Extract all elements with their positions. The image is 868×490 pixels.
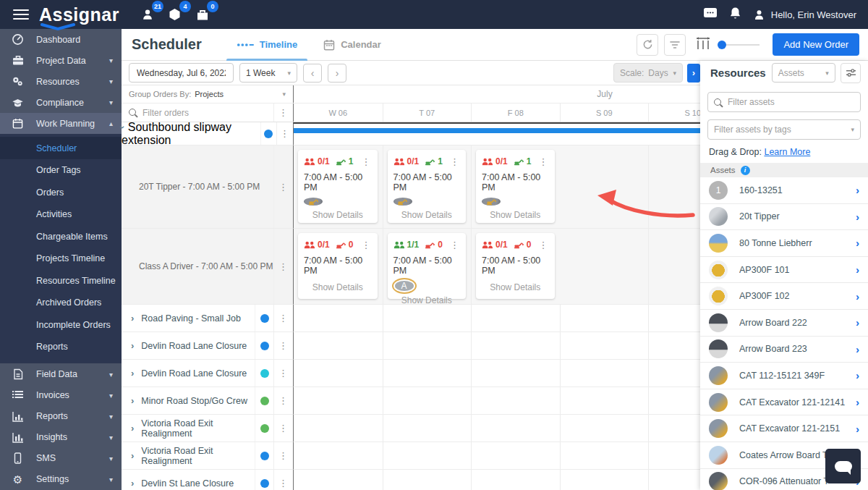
group-orders-by-select[interactable]: Group Orders By: Projects ▾ (122, 85, 293, 103)
menu-icon[interactable] (13, 9, 29, 20)
asset-chevron-icon[interactable] (856, 237, 859, 249)
expand-icon[interactable] (131, 395, 134, 406)
order-group-row[interactable]: Victoria Road Exit Realignment (122, 415, 700, 442)
order-group-row[interactable]: Minor Road Stop/Go Crew (122, 387, 700, 415)
submenu-item[interactable]: Order Tags (0, 159, 122, 182)
asset-list-item[interactable]: CAT Excavator 121-2151 (700, 415, 868, 442)
user-menu[interactable]: Hello, Erin Westover (753, 9, 856, 21)
card-menu-icon[interactable] (539, 238, 549, 251)
show-details-button[interactable]: Show Details (304, 278, 372, 299)
sidebar-item-resources[interactable]: Resources ▾ (0, 71, 122, 92)
order-group-row[interactable]: Victoria Road Exit Realignment (122, 442, 700, 470)
filter-orders-input[interactable]: Filter orders (122, 104, 293, 122)
panel-settings-button[interactable] (841, 63, 861, 83)
asset-list-item[interactable]: CAT 112-15121 349F (700, 363, 868, 389)
order-menu-icon[interactable] (273, 360, 293, 386)
sidebar-item-field-data[interactable]: Field Data ▾ (0, 363, 122, 384)
row-menu-icon[interactable] (273, 145, 293, 228)
shift-card[interactable]: 0/1 1 7:00 AM - 5:00 PM (298, 150, 378, 223)
order-menu-icon[interactable] (273, 305, 293, 331)
asset-avatar[interactable] (393, 198, 412, 206)
expand-icon[interactable] (131, 423, 134, 434)
asset-chevron-icon[interactable] (856, 316, 859, 329)
asset-chevron-icon[interactable] (856, 423, 859, 435)
submenu-item[interactable]: Reports (0, 336, 122, 358)
sidebar-item-settings[interactable]: ⚙ Settings ▾ (0, 469, 122, 490)
shift-card[interactable]: 1/1 0 7:00 AM - 5:00 PM A (388, 233, 467, 299)
submenu-item[interactable]: Chargeable Items (0, 225, 122, 248)
sidebar-item-dashboard[interactable]: Dashboard (0, 29, 122, 50)
add-new-order-button[interactable]: Add New Order (773, 33, 859, 56)
order-group-row[interactable]: Devlin Road Lane Closure (122, 360, 700, 387)
expand-icon[interactable] (131, 450, 134, 461)
orders-menu-icon[interactable] (273, 104, 293, 122)
sidebar-item-sms[interactable]: SMS ▾ (0, 448, 122, 469)
asset-chevron-icon[interactable] (856, 211, 859, 223)
sidebar-item-compliance[interactable]: Compliance ▾ (0, 92, 122, 113)
order-group-row[interactable]: Devlin St Lane Closure (122, 470, 700, 490)
asset-list-item[interactable]: 20t Tipper (700, 204, 868, 231)
next-button[interactable]: › (328, 64, 346, 83)
sidebar-item-reports[interactable]: Reports ▾ (0, 406, 122, 427)
filter-tags-select[interactable]: Filter assets by tags ▾ (707, 119, 861, 140)
asset-chevron-icon[interactable] (856, 290, 859, 303)
order-menu-icon[interactable] (276, 122, 293, 145)
expand-icon[interactable] (131, 368, 134, 379)
project-duration-bar[interactable] (294, 128, 700, 133)
sidebar-item-invoices[interactable]: Invoices ▾ (0, 385, 122, 406)
asset-list-item[interactable]: CAT Excavator 121-12141 (700, 389, 868, 416)
show-details-button[interactable]: Show Details (304, 206, 372, 227)
asset-list-item[interactable]: 1 160-13251 (700, 177, 868, 204)
tab-timeline[interactable]: Timeline (234, 29, 301, 61)
collapse-icon[interactable] (116, 125, 129, 128)
asset-list-item[interactable]: AP300F 101 (700, 257, 868, 284)
show-details-button[interactable]: Show Details (482, 206, 549, 227)
card-menu-icon[interactable] (362, 155, 372, 168)
workers-icon[interactable]: 21 (138, 5, 157, 24)
submenu-item[interactable]: Orders (0, 181, 122, 203)
asset-chevron-icon[interactable] (856, 369, 859, 381)
info-icon[interactable]: i (741, 166, 750, 175)
slider-knob[interactable] (718, 41, 726, 49)
asset-chevron-icon[interactable] (856, 396, 859, 408)
range-select[interactable]: 1 Week ▾ (239, 63, 297, 83)
card-menu-icon[interactable] (450, 155, 460, 168)
zoom-slider[interactable] (718, 44, 760, 46)
submenu-item[interactable]: Activities (0, 203, 122, 226)
scale-select[interactable]: Scale: Days ▾ (613, 63, 683, 83)
brand-logo[interactable]: Assignar (39, 4, 119, 25)
sidebar-item-work-planning[interactable]: Work Planning ▴ (0, 113, 122, 134)
show-details-button[interactable]: Show Details (393, 206, 461, 227)
shift-card[interactable]: 0/1 1 7:00 AM - 5:00 PM (476, 150, 555, 223)
submenu-item[interactable]: Scheduler (0, 137, 122, 159)
card-menu-icon[interactable] (539, 155, 549, 168)
asset-chevron-icon[interactable] (856, 343, 859, 355)
learn-more-link[interactable]: Learn More (764, 147, 810, 157)
submenu-item[interactable]: Projects Timeline (0, 248, 122, 270)
notifications-icon[interactable] (729, 7, 741, 22)
chat-launcher[interactable] (825, 449, 861, 483)
prev-button[interactable]: ‹ (303, 64, 322, 83)
submenu-item[interactable]: Resources Timeline (0, 269, 122, 292)
expand-icon[interactable] (131, 340, 134, 351)
show-details-button[interactable]: Show Details (482, 278, 549, 299)
submenu-item[interactable]: Archived Orders (0, 292, 122, 314)
date-input[interactable] (129, 63, 234, 83)
jobs-icon[interactable]: 0 (193, 5, 212, 24)
asset-list-item[interactable]: 80 Tonne Liebherr (700, 230, 868, 257)
resource-type-select[interactable]: Assets ▾ (772, 63, 835, 83)
column-width-button[interactable] (696, 37, 710, 53)
order-menu-icon[interactable] (273, 387, 293, 414)
order-group-row[interactable]: Road Paving - Small Job (122, 305, 700, 332)
order-menu-icon[interactable] (273, 415, 293, 442)
submenu-item[interactable]: Incomplete Orders (0, 313, 122, 336)
sidebar-item-insights[interactable]: Insights ▾ (0, 427, 122, 448)
worker-avatar[interactable]: A (395, 281, 414, 291)
shift-card[interactable]: 0/1 1 7:00 AM - 5:00 PM (388, 150, 467, 223)
asset-list-item[interactable]: Arrow Board 222 (700, 310, 868, 337)
order-menu-icon[interactable] (273, 332, 293, 359)
expand-icon[interactable] (131, 478, 134, 489)
card-menu-icon[interactable] (450, 238, 460, 251)
shift-card[interactable]: 0/1 0 7:00 AM - 5:00 PM (476, 233, 555, 299)
sidebar-item-project-data[interactable]: Project Data ▾ (0, 50, 122, 71)
